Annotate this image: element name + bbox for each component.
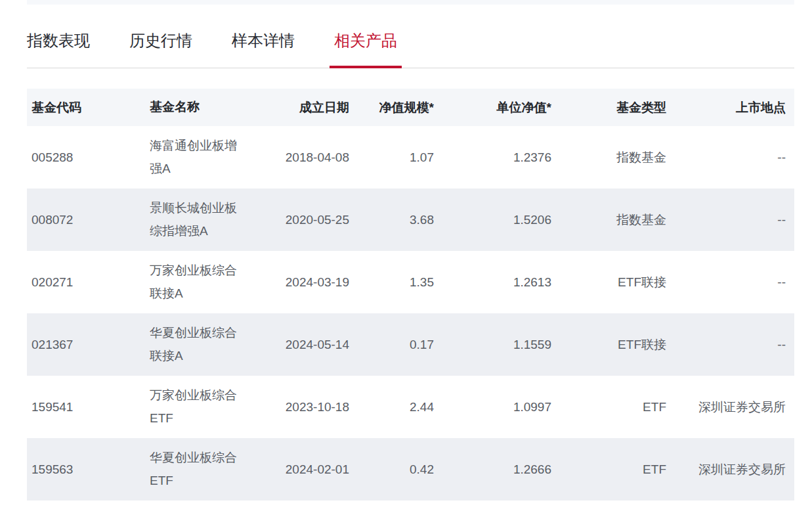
column-header-scale: 净值规模* (358, 89, 442, 126)
related-funds-table: 基金代码基金名称成立日期净值规模*单位净值*基金类型上市地点 005288海富通… (27, 89, 794, 501)
cell-type: ETF联接 (560, 313, 675, 376)
tab-index-performance[interactable]: 指数表现 (27, 32, 90, 68)
cell-nav: 1.2666 (442, 438, 560, 501)
cell-name: 海富通创业板增强A (140, 126, 256, 189)
tab-related-products[interactable]: 相关产品 (334, 32, 397, 68)
table-header-row: 基金代码基金名称成立日期净值规模*单位净值*基金类型上市地点 (27, 89, 794, 126)
cell-code: 159541 (27, 376, 140, 438)
table-row: 159541万家创业板综合ETF2023-10-182.441.0997ETF深… (27, 376, 794, 438)
cell-scale: 1.07 (358, 126, 442, 189)
cell-date: 2023-10-18 (256, 376, 358, 438)
cell-scale: 1.35 (358, 251, 442, 313)
cell-location: 深圳证券交易所 (675, 438, 794, 501)
column-header-date: 成立日期 (256, 89, 358, 126)
cell-scale: 0.17 (358, 313, 442, 376)
cell-name: 华夏创业板综合ETF (140, 438, 256, 501)
cell-nav: 1.2376 (442, 126, 560, 189)
table-row: 008072景顺长城创业板综指增强A2020-05-253.681.5206指数… (27, 189, 794, 251)
column-header-code: 基金代码 (27, 89, 140, 126)
column-header-name: 基金名称 (140, 89, 256, 126)
table-row: 021367华夏创业板综合联接A2024-05-140.171.1559ETF联… (27, 313, 794, 376)
table-row: 020271万家创业板综合联接A2024-03-191.351.2613ETF联… (27, 251, 794, 313)
cell-name: 万家创业板综合联接A (140, 251, 256, 313)
cell-type: ETF联接 (560, 251, 675, 313)
cell-date: 2020-05-25 (256, 189, 358, 251)
cell-code: 159563 (27, 438, 140, 501)
cell-location: -- (675, 189, 794, 251)
top-section-strip (27, 0, 794, 5)
cell-nav: 1.0997 (442, 376, 560, 438)
table-row: 005288海富通创业板增强A2018-04-081.071.2376指数基金-… (27, 126, 794, 189)
tab-bar: 指数表现 历史行情 样本详情 相关产品 (27, 32, 794, 68)
column-header-nav: 单位净值* (442, 89, 560, 126)
cell-nav: 1.2613 (442, 251, 560, 313)
cell-location: 深圳证券交易所 (675, 376, 794, 438)
cell-code: 005288 (27, 126, 140, 189)
index-detail-content: 指数表现 历史行情 样本详情 相关产品 基金代码基金名称成立日期净值规模*单位净… (27, 5, 794, 501)
cell-nav: 1.5206 (442, 189, 560, 251)
cell-location: -- (675, 126, 794, 189)
column-header-type: 基金类型 (560, 89, 675, 126)
fund-table-body: 005288海富通创业板增强A2018-04-081.071.2376指数基金-… (27, 126, 794, 501)
cell-name: 景顺长城创业板综指增强A (140, 189, 256, 251)
cell-name: 万家创业板综合ETF (140, 376, 256, 438)
tab-historical-quotes[interactable]: 历史行情 (129, 32, 192, 68)
cell-date: 2024-05-14 (256, 313, 358, 376)
cell-scale: 0.42 (358, 438, 442, 501)
cell-date: 2024-02-01 (256, 438, 358, 501)
tab-sample-details[interactable]: 样本详情 (232, 32, 295, 68)
cell-code: 021367 (27, 313, 140, 376)
cell-location: -- (675, 251, 794, 313)
cell-code: 020271 (27, 251, 140, 313)
cell-type: 指数基金 (560, 126, 675, 189)
cell-date: 2024-03-19 (256, 251, 358, 313)
cell-name: 华夏创业板综合联接A (140, 313, 256, 376)
cell-date: 2018-04-08 (256, 126, 358, 189)
cell-type: ETF (560, 438, 675, 501)
column-header-location: 上市地点 (675, 89, 794, 126)
cell-type: 指数基金 (560, 189, 675, 251)
cell-nav: 1.1559 (442, 313, 560, 376)
cell-scale: 3.68 (358, 189, 442, 251)
cell-location: -- (675, 313, 794, 376)
table-row: 159563华夏创业板综合ETF2024-02-010.421.2666ETF深… (27, 438, 794, 501)
cell-code: 008072 (27, 189, 140, 251)
cell-scale: 2.44 (358, 376, 442, 438)
cell-type: ETF (560, 376, 675, 438)
